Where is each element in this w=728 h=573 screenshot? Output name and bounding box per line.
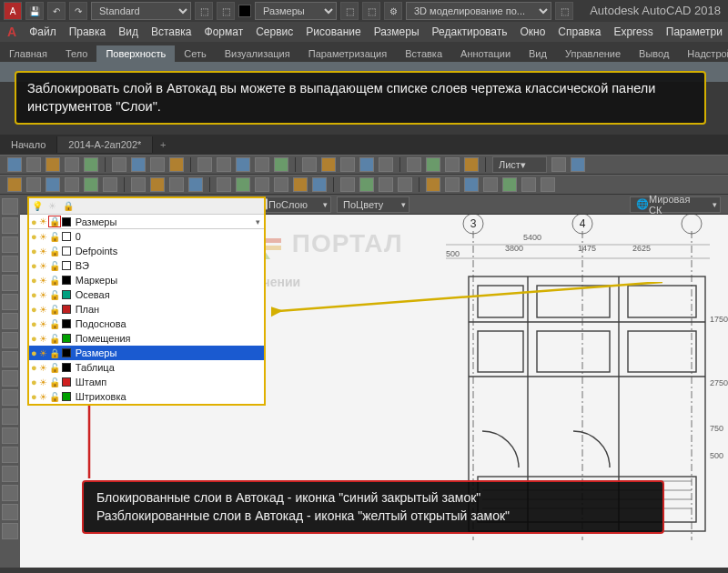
freeze-icon[interactable]: ☀ — [39, 276, 47, 286]
layer-row[interactable]: ●☀🔒Размеры — [29, 346, 264, 360]
tool-icon[interactable] — [65, 177, 79, 192]
freeze-icon[interactable]: ☀ — [39, 363, 47, 373]
layer-row[interactable]: ●☀🔒Размеры▾ — [29, 215, 264, 229]
freeze-icon[interactable]: ☀ — [39, 348, 47, 358]
menu-file[interactable]: Файл — [29, 25, 56, 38]
tool-icon[interactable] — [197, 157, 212, 172]
tool-icon[interactable] — [302, 157, 317, 172]
tab-insert[interactable]: Вставка — [396, 45, 451, 62]
bulb-icon[interactable]: ● — [31, 275, 37, 286]
tool-icon[interactable] — [217, 177, 231, 192]
freeze-icon[interactable]: ☀ — [39, 216, 47, 226]
menu-window[interactable]: Окно — [520, 25, 545, 38]
layer-color-swatch[interactable] — [62, 348, 71, 357]
freeze-icon[interactable]: ☀ — [39, 261, 47, 271]
tool-icon[interactable] — [426, 177, 440, 192]
bulb-icon[interactable]: ● — [31, 391, 37, 402]
tool-rotate-icon[interactable] — [2, 389, 18, 406]
layer-dropdown[interactable]: 💡 ☀ 🔒 ●☀🔒Размеры▾●☀🔓0●☀🔓Defpoints●☀🔓ВЭ●☀… — [27, 196, 266, 406]
tool-icon[interactable] — [26, 157, 41, 172]
freeze-icon[interactable]: ☀ — [39, 232, 47, 242]
menu-format[interactable]: Формат — [205, 25, 244, 38]
menu-help[interactable]: Справка — [558, 25, 601, 38]
tool-fillet-icon[interactable] — [2, 504, 18, 520]
layer-row[interactable]: ●☀🔓Осевая — [29, 287, 264, 302]
undo-icon[interactable]: ↶ — [47, 2, 66, 20]
tool-icon[interactable] — [112, 157, 126, 172]
save-icon[interactable]: 💾 — [25, 2, 44, 20]
tool-icon[interactable] — [169, 157, 184, 172]
bulb-icon[interactable]: ● — [31, 318, 37, 329]
tool-icon[interactable] — [255, 177, 269, 192]
tab-addins[interactable]: Надстройки — [678, 45, 728, 62]
tool-icon[interactable] — [236, 157, 250, 172]
layer-color-swatch[interactable] — [238, 5, 251, 17]
qat-icon[interactable]: ⬚ — [195, 2, 213, 20]
logo-icon[interactable]: A — [4, 2, 22, 20]
tool-mirror-icon[interactable] — [2, 466, 18, 482]
tool-icon[interactable] — [321, 157, 336, 172]
menu-modify[interactable]: Редактировать — [432, 25, 508, 38]
bulb-icon[interactable]: ● — [31, 333, 37, 344]
freeze-icon[interactable]: ☀ — [39, 246, 47, 256]
lock-closed-icon[interactable]: 🔒 — [49, 348, 60, 358]
tool-icon[interactable] — [340, 157, 355, 172]
tool-icon[interactable] — [483, 177, 498, 192]
tab-view[interactable]: Вид — [520, 45, 556, 62]
lock-open-icon[interactable]: 🔓 — [49, 392, 60, 402]
tool-rect-icon[interactable] — [2, 275, 18, 291]
tool-trim-icon[interactable] — [2, 408, 18, 425]
qat-icon[interactable]: ⬚ — [217, 2, 235, 20]
tool-icon[interactable] — [464, 157, 479, 172]
freeze-icon[interactable]: ☀ — [39, 334, 47, 344]
tab-manage[interactable]: Управление — [556, 45, 630, 62]
layer-color-swatch[interactable] — [62, 377, 71, 387]
tool-hatch-icon[interactable] — [2, 313, 18, 329]
tool-text-icon[interactable] — [2, 332, 18, 348]
color-combo2[interactable]: ПоЦвету — [337, 196, 410, 213]
tool-icon[interactable] — [169, 177, 184, 192]
tool-icon[interactable] — [359, 157, 374, 172]
menu-express[interactable]: Express — [613, 25, 652, 38]
tool-icon[interactable] — [255, 157, 269, 172]
tab-annotate[interactable]: Аннотации — [451, 45, 520, 62]
layer-color-swatch[interactable] — [62, 319, 71, 328]
doc-tab-start[interactable]: Начало — [0, 136, 57, 153]
tool-arc-icon[interactable] — [2, 256, 18, 272]
bulb-icon[interactable]: ● — [31, 289, 37, 300]
layer-row[interactable]: ●☀🔓Defpoints — [29, 244, 264, 258]
tool-icon[interactable] — [359, 177, 374, 192]
tool-icon[interactable] — [426, 157, 440, 172]
layer-color-swatch[interactable] — [62, 232, 71, 241]
layer-combo[interactable]: Размеры — [255, 2, 337, 20]
tool-extend-icon[interactable] — [2, 427, 18, 444]
qat-icon[interactable]: ⬚ — [555, 2, 573, 20]
layer-color-swatch[interactable] — [62, 363, 71, 372]
layer-color-swatch[interactable] — [62, 276, 71, 285]
bulb-icon[interactable]: ● — [31, 347, 37, 358]
tool-icon[interactable] — [551, 157, 566, 172]
freeze-icon[interactable]: ☀ — [39, 290, 47, 300]
new-tab-button[interactable]: + — [153, 139, 173, 150]
workspace-combo[interactable]: 3D моделирование по... — [406, 2, 551, 20]
tool-icon[interactable] — [26, 177, 41, 192]
tool-icon[interactable] — [131, 177, 146, 192]
layer-color-swatch[interactable] — [62, 290, 71, 299]
layout-combo[interactable]: Лист ▾ — [492, 156, 547, 173]
layer-color-swatch[interactable] — [62, 246, 71, 256]
menu-edit[interactable]: Правка — [69, 25, 106, 38]
tool-icon[interactable] — [150, 177, 165, 192]
tool-icon[interactable] — [464, 177, 479, 192]
menu-dimensions[interactable]: Размеры — [374, 25, 420, 38]
tab-visualize[interactable]: Визуализация — [216, 45, 299, 62]
layer-color-swatch[interactable] — [62, 217, 71, 226]
tool-icon[interactable] — [131, 157, 146, 172]
layer-row[interactable]: ●☀🔓Таблица — [29, 360, 264, 375]
tool-pline-icon[interactable] — [2, 217, 18, 234]
layer-row[interactable]: ●☀🔓0 — [29, 229, 264, 244]
bulb-icon[interactable]: ● — [31, 216, 37, 227]
menu-service[interactable]: Сервис — [256, 25, 293, 38]
tool-icon[interactable] — [217, 157, 231, 172]
lock-open-icon[interactable]: 🔓 — [49, 305, 60, 315]
menu-parametric[interactable]: Параметри — [666, 25, 723, 38]
